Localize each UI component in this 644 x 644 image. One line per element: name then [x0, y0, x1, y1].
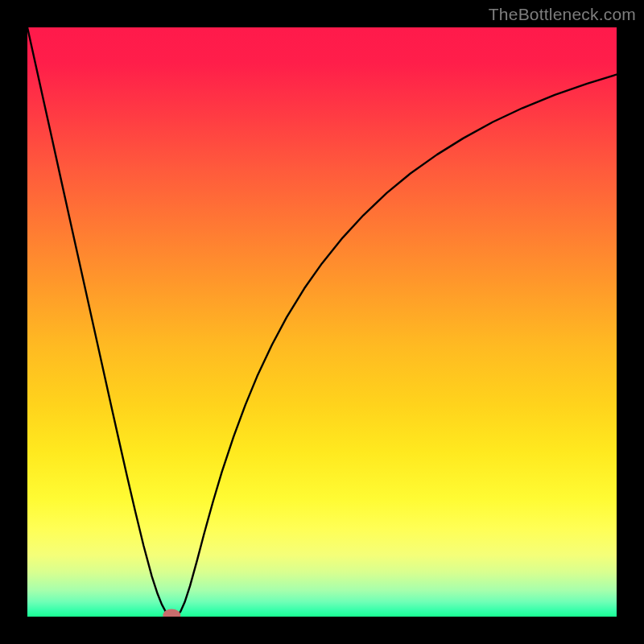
gradient-background	[27, 27, 617, 617]
plot-area	[27, 27, 617, 617]
watermark-text: TheBottleneck.com	[489, 5, 636, 24]
chart-frame: TheBottleneck.com	[0, 0, 644, 644]
bottleneck-chart	[27, 27, 617, 617]
